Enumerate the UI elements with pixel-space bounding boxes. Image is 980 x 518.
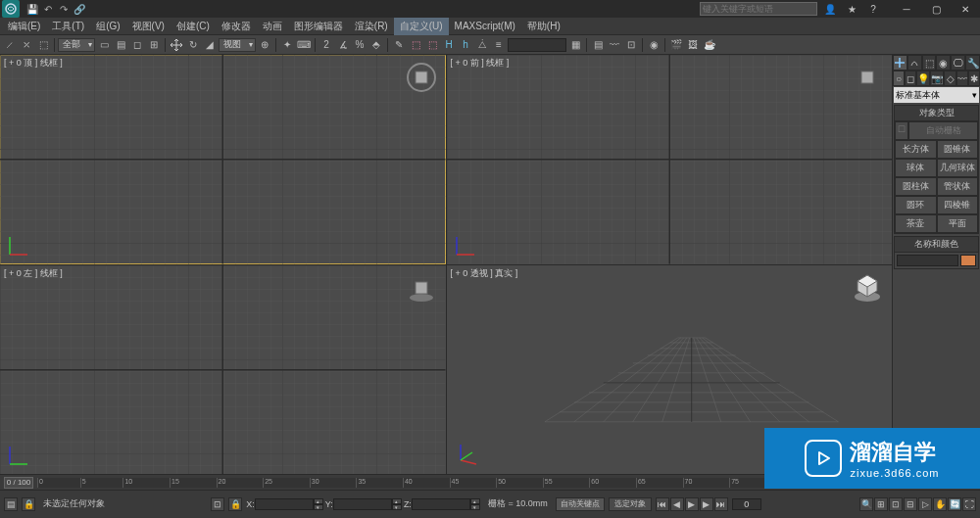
undo-icon[interactable]: ↶ xyxy=(41,2,55,16)
viewcube-icon[interactable] xyxy=(407,273,436,303)
lights-tab[interactable]: 💡 xyxy=(916,71,930,86)
maximize-viewport-icon[interactable]: ⛶ xyxy=(962,497,976,511)
fov-icon[interactable]: ▷ xyxy=(918,497,932,511)
systems-tab[interactable]: ✱ xyxy=(968,71,980,86)
menu-item[interactable]: 图形编辑器 xyxy=(288,18,349,35)
select-icon[interactable]: ▭ xyxy=(96,37,112,53)
menu-item[interactable]: 动画 xyxy=(257,18,288,35)
maximize-button[interactable]: ▢ xyxy=(921,0,951,18)
modify-tab[interactable] xyxy=(907,55,922,71)
mirror-icon[interactable]: ⧊ xyxy=(474,37,490,53)
primitive-button[interactable]: 平面 xyxy=(937,214,979,233)
spacewarps-tab[interactable]: 〰 xyxy=(956,71,968,86)
close-button[interactable]: ✕ xyxy=(951,0,980,18)
render-setup-icon[interactable]: 🎬 xyxy=(668,37,684,53)
zoom-extents-icon[interactable]: ⊡ xyxy=(889,497,903,511)
select-name-icon[interactable]: ▤ xyxy=(113,37,128,53)
menu-item[interactable]: 创建(C) xyxy=(171,18,216,35)
primitive-button[interactable]: 球体 xyxy=(895,159,937,177)
menu-item[interactable]: 组(G) xyxy=(90,18,125,35)
lock-selection-icon[interactable]: 🔒 xyxy=(228,497,242,511)
viewport-top[interactable]: [ + 0 顶 ] 线框 ] xyxy=(0,55,446,264)
prev-frame-icon[interactable]: ◀ xyxy=(670,497,684,511)
display-tab[interactable]: 🖵 xyxy=(951,55,965,71)
viewport-left[interactable]: [ + 0 左 ] 线框 ] xyxy=(0,265,446,475)
hierarchy-tab[interactable]: ⬚ xyxy=(922,55,937,71)
rendered-frame-icon[interactable]: 🖼 xyxy=(685,37,701,53)
viewcube-icon[interactable] xyxy=(407,63,436,92)
selection-set-input[interactable] xyxy=(508,38,566,52)
isolate-icon[interactable]: ⊡ xyxy=(211,497,224,511)
category-dropdown[interactable]: 标准基本体 xyxy=(894,87,979,103)
primitive-button[interactable]: 圆锥体 xyxy=(937,140,979,159)
primitive-button[interactable]: 长方体 xyxy=(895,140,937,159)
cameras-tab[interactable]: 📷 xyxy=(930,71,944,86)
time-handle[interactable]: 0 / 100 xyxy=(4,477,33,489)
align2-icon[interactable]: ▦ xyxy=(567,37,583,53)
curve-editor-icon[interactable]: 〰 xyxy=(607,37,622,53)
zoom-all-icon[interactable]: ⊞ xyxy=(874,497,888,511)
bind-icon[interactable]: ⬚ xyxy=(35,37,51,53)
current-frame-input[interactable] xyxy=(732,498,761,510)
geometry-tab[interactable]: ○ xyxy=(893,71,905,86)
viewcube-icon[interactable] xyxy=(853,63,882,92)
refcoord-dropdown[interactable]: 视图 xyxy=(219,38,256,52)
autokey-button[interactable]: 自动关键点 xyxy=(556,497,605,511)
layer-icon[interactable]: ▤ xyxy=(590,37,606,53)
rotate-icon[interactable]: ↻ xyxy=(185,37,201,53)
play-icon[interactable]: ▶ xyxy=(685,497,699,511)
snap-spinner-icon[interactable]: ⬘ xyxy=(368,37,384,53)
shapes-tab[interactable]: ◻ xyxy=(905,71,916,86)
star-icon[interactable]: ★ xyxy=(845,3,858,15)
primitive-button[interactable]: 茶壶 xyxy=(895,214,937,233)
create-tab[interactable] xyxy=(893,55,907,71)
snap-2d-icon[interactable]: 2 xyxy=(318,37,334,53)
orbit-icon[interactable]: 🔄 xyxy=(948,497,961,511)
viewport-left-label[interactable]: [ + 0 左 ] 线框 ] xyxy=(4,267,63,280)
primitive-button[interactable]: 几何球体 xyxy=(937,159,979,177)
material-editor-icon[interactable]: ◉ xyxy=(646,37,662,53)
lock-icon[interactable]: 🔒 xyxy=(22,497,35,511)
viewcube-icon[interactable] xyxy=(853,273,882,303)
utilities-tab[interactable]: 🔧 xyxy=(965,55,980,71)
zoom-extents-all-icon[interactable]: ⊟ xyxy=(904,497,917,511)
app-logo[interactable] xyxy=(2,0,20,18)
signin-icon[interactable]: 👤 xyxy=(823,3,837,15)
manipulate-icon[interactable]: ✦ xyxy=(279,37,295,53)
viewport-front[interactable]: [ + 0 前 ] 线框 ] xyxy=(447,55,893,264)
menu-item[interactable]: MAXScript(M) xyxy=(449,19,521,33)
schematic-icon[interactable]: ⊡ xyxy=(623,37,639,53)
primitive-button[interactable]: 四棱锥 xyxy=(937,196,979,214)
unlink-icon[interactable]: ⤫ xyxy=(19,37,34,53)
menu-item[interactable]: 渲染(R) xyxy=(349,18,394,35)
primitive-button[interactable]: 圆柱体 xyxy=(895,177,937,196)
motion-tab[interactable]: ◉ xyxy=(936,55,951,71)
render-icon[interactable]: ☕ xyxy=(702,37,717,53)
primitive-button[interactable]: 圆环 xyxy=(895,196,937,214)
h2-icon[interactable]: h xyxy=(458,37,473,53)
x-coord-input[interactable] xyxy=(255,498,314,510)
maxscript-icon[interactable]: ▤ xyxy=(4,497,18,511)
object-color-swatch[interactable] xyxy=(960,255,976,266)
move-icon[interactable] xyxy=(169,37,184,53)
zoom-icon[interactable]: 🔍 xyxy=(859,497,873,511)
y-coord-input[interactable] xyxy=(333,498,392,510)
keyboard-icon[interactable]: ⌨ xyxy=(296,37,312,53)
window-crossing-icon[interactable]: ⊞ xyxy=(146,37,162,53)
goto-start-icon[interactable]: ⏮ xyxy=(656,497,669,511)
menu-item[interactable]: 编辑(E) xyxy=(2,18,46,35)
viewport-top-label[interactable]: [ + 0 顶 ] 线框 ] xyxy=(4,57,63,70)
z-coord-input[interactable] xyxy=(412,498,470,510)
select-link-icon[interactable]: ⟋ xyxy=(2,37,18,53)
align-icon[interactable]: ≡ xyxy=(491,37,507,53)
keyfilter-button[interactable]: 选定对象 xyxy=(609,497,652,511)
viewport-front-label[interactable]: [ + 0 前 ] 线框 ] xyxy=(451,57,510,70)
save-icon[interactable]: 💾 xyxy=(25,2,39,16)
primitive-button[interactable]: 管状体 xyxy=(937,177,979,196)
help-search-input[interactable] xyxy=(700,2,817,16)
help-icon[interactable]: ? xyxy=(866,3,880,15)
rect-select-icon[interactable]: ◻ xyxy=(129,37,145,53)
minimize-button[interactable]: ─ xyxy=(892,0,921,18)
named-sel-edit-icon[interactable]: ✎ xyxy=(391,37,407,53)
pivot-icon[interactable]: ⊕ xyxy=(257,37,272,53)
